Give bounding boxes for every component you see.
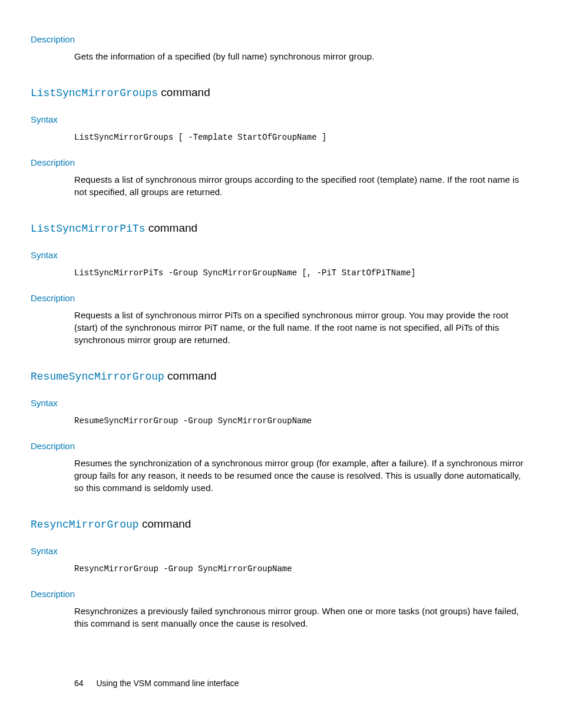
page-number: 64	[74, 678, 84, 688]
description-text: Resumes the synchronization of a synchro…	[74, 457, 527, 494]
syntax-code: ListSyncMirrorGroups [ -Template StartOf…	[74, 133, 527, 142]
command-suffix: command	[145, 222, 197, 234]
description-label: Description	[31, 293, 527, 303]
section-heading-listsyncmirrorpits: ListSyncMirrorPiTs command	[31, 222, 527, 235]
command-name: ListSyncMirrorGroups	[31, 87, 158, 99]
command-suffix: command	[158, 86, 210, 98]
description-label: Description	[31, 441, 527, 451]
description-text: Requests a list of synchronous mirror Pi…	[74, 309, 527, 346]
syntax-label: Syntax	[31, 250, 527, 260]
description-label: Description	[31, 34, 527, 44]
section-heading-listsyncmirrorgroups: ListSyncMirrorGroups command	[31, 86, 527, 99]
section-heading-resumesyncmirrorgroup: ResumeSyncMirrorGroup command	[31, 370, 527, 383]
description-label: Description	[31, 589, 527, 599]
syntax-code: ResyncMirrorGroup -Group SyncMirrorGroup…	[74, 564, 527, 574]
command-name: ResyncMirrorGroup	[31, 519, 139, 531]
syntax-label: Syntax	[31, 398, 527, 408]
command-suffix: command	[139, 518, 191, 530]
page-footer: 64 Using the VSM command line interface	[74, 678, 239, 688]
syntax-label: Syntax	[31, 114, 527, 124]
command-suffix: command	[164, 370, 217, 382]
syntax-code: ListSyncMirrorPiTs -Group SyncMirrorGrou…	[74, 268, 527, 278]
syntax-label: Syntax	[31, 546, 527, 556]
page-body: Description Gets the information of a sp…	[0, 0, 562, 659]
command-name: ResumeSyncMirrorGroup	[31, 371, 164, 383]
description-label: Description	[31, 157, 527, 167]
section-heading-resyncmirrorgroup: ResyncMirrorGroup command	[31, 518, 527, 531]
description-text: Resynchronizes a previously failed synch…	[74, 605, 527, 630]
description-text: Requests a list of synchronous mirror gr…	[74, 173, 527, 198]
command-name: ListSyncMirrorPiTs	[31, 223, 145, 235]
chapter-title: Using the VSM command line interface	[96, 678, 239, 688]
syntax-code: ResumeSyncMirrorGroup -Group SyncMirrorG…	[74, 416, 527, 426]
description-text: Gets the information of a specified (by …	[74, 50, 527, 62]
